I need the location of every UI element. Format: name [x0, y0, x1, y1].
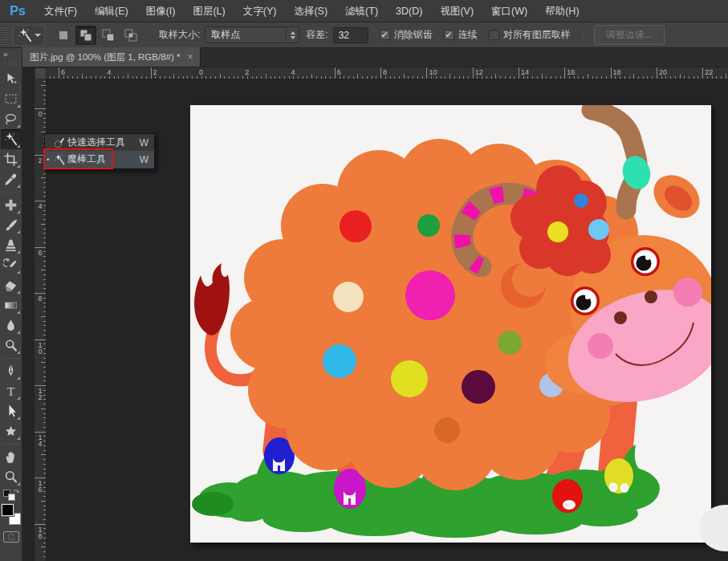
tool-history-brush[interactable]: [1, 255, 22, 275]
quick-mask-icon: [8, 534, 14, 540]
close-icon[interactable]: ×: [187, 51, 193, 63]
refine-edge-button[interactable]: 调整边缘...: [594, 25, 665, 45]
checkbox-option-3[interactable]: ✓对所有图层取样: [489, 28, 571, 42]
tool-spot-healing-brush[interactable]: [1, 195, 22, 215]
menu-item-10[interactable]: 窗口(W): [482, 0, 536, 22]
options-checkboxes: ✓消除锯齿✓连续✓对所有图层取样: [368, 28, 571, 42]
sample-size-label: 取样大小:: [159, 28, 200, 42]
tool-preset-picker[interactable]: [13, 25, 45, 46]
tool-crop[interactable]: [1, 149, 22, 169]
tool-eraser[interactable]: [1, 275, 22, 295]
swap-colors-icon: ↷: [14, 488, 20, 496]
menu-item-4[interactable]: 图层(L): [184, 0, 234, 22]
tools-panel-grip[interactable]: [5, 61, 18, 66]
checkbox-option-1[interactable]: ✓消除锯齿: [380, 28, 433, 42]
tool-rectangular-marquee[interactable]: [1, 89, 22, 109]
chevron-down-icon: [35, 34, 41, 37]
checkbox-icon[interactable]: ✓: [489, 30, 499, 40]
tool-custom-shape[interactable]: [1, 421, 22, 441]
magic-wand-icon: [51, 153, 67, 166]
checkbox-icon[interactable]: ✓: [444, 30, 454, 40]
options-bar-grip[interactable]: [2, 26, 8, 45]
svg-text:T: T: [7, 385, 14, 398]
tool-hand[interactable]: [1, 447, 22, 467]
shortcut-key: W: [140, 137, 148, 148]
menu-item-5[interactable]: 文字(Y): [234, 0, 286, 22]
menu-item-1[interactable]: 文件(F): [35, 0, 86, 22]
color-swatches[interactable]: [2, 504, 21, 525]
foreground-color-swatch[interactable]: [2, 504, 14, 516]
menu-bar: Ps 文件(F)编辑(E)图像(I)图层(L)文字(Y)选择(S)滤镜(T)3D…: [0, 0, 728, 22]
selection-mode-group: [53, 26, 141, 45]
tool-type[interactable]: T: [1, 381, 22, 401]
magic-wand-icon: [17, 27, 33, 43]
checkbox-label: 连续: [458, 28, 478, 42]
tolerance-input[interactable]: [333, 27, 368, 43]
photoshop-logo: Ps: [0, 4, 35, 18]
tool-blur[interactable]: [1, 315, 22, 335]
ruler-origin-box[interactable]: [35, 67, 47, 79]
mode-subtract-from-selection-button[interactable]: [98, 26, 119, 45]
tool-dodge[interactable]: [1, 335, 22, 356]
flyout-item-label: 魔棒工具: [67, 152, 140, 166]
menu-item-3[interactable]: 图像(I): [137, 0, 185, 22]
tool-eyedropper[interactable]: [1, 169, 22, 189]
tool-path-selection[interactable]: [1, 401, 22, 421]
cartoon-ox-artwork: [190, 105, 711, 543]
document-tab-bar: 图片.jpg @ 100% (图层 1, RGB/8#) * ×: [22, 48, 728, 67]
checkbox-label: 对所有图层取样: [503, 28, 571, 42]
flyout-item-2[interactable]: ▪魔棒工具W: [45, 151, 154, 168]
menu-item-9[interactable]: 视图(V): [431, 0, 482, 22]
horizontal-ruler: 6420246810121416182022: [47, 67, 728, 79]
document-tab[interactable]: 图片.jpg @ 100% (图层 1, RGB/8#) * ×: [22, 47, 201, 67]
tool-group-divider: [3, 358, 19, 359]
checkbox-label: 消除锯齿: [394, 28, 433, 42]
photoshop-window: Ps 文件(F)编辑(E)图像(I)图层(L)文字(Y)选择(S)滤镜(T)3D…: [0, 0, 728, 561]
menu-item-2[interactable]: 编辑(E): [86, 0, 137, 22]
quick-mask-button[interactable]: [3, 531, 19, 543]
menu-item-7[interactable]: 滤镜(T): [336, 0, 387, 22]
dropdown-arrows-icon: [286, 27, 295, 43]
sample-size-dropdown[interactable]: 取样点: [205, 26, 299, 43]
flyout-item-1[interactable]: 快速选择工具W: [45, 134, 154, 151]
collapse-panel-button[interactable]: »: [0, 48, 22, 60]
tool-group-divider: [3, 444, 19, 445]
menu-items: 文件(F)编辑(E)图像(I)图层(L)文字(Y)选择(S)滤镜(T)3D(D)…: [35, 0, 588, 22]
menu-item-8[interactable]: 3D(D): [387, 0, 431, 22]
tool-group-divider: [3, 192, 19, 193]
menu-item-6[interactable]: 选择(S): [285, 0, 336, 22]
sample-size-value: 取样点: [211, 28, 240, 42]
tool-clone-stamp[interactable]: [1, 235, 22, 255]
mode-new-selection-button[interactable]: [53, 26, 74, 45]
tool-lasso[interactable]: [1, 109, 22, 129]
active-tool-bullet: ▪: [45, 156, 51, 163]
tool-options-bar: 取样大小: 取样点 容差: ✓消除锯齿✓连续✓对所有图层取样 调整边缘...: [0, 22, 728, 48]
default-swap-colors[interactable]: ↷: [3, 490, 19, 501]
tool-magic-wand[interactable]: [1, 129, 22, 149]
mode-add-to-selection-button[interactable]: [75, 26, 96, 45]
wand-tool-flyout-menu: 快速选择工具W▪魔棒工具W: [44, 133, 155, 169]
flyout-item-label: 快速选择工具: [67, 136, 140, 149]
shortcut-key: W: [140, 154, 148, 165]
tool-gradient[interactable]: [1, 295, 22, 315]
tool-brush[interactable]: [1, 215, 22, 235]
tolerance-label: 容差:: [306, 28, 327, 42]
quick-select-icon: [51, 136, 67, 149]
checkbox-icon[interactable]: ✓: [380, 30, 390, 40]
tools-panel: » T ↷: [0, 48, 22, 561]
tool-zoom[interactable]: [1, 467, 22, 487]
tool-pen[interactable]: [1, 361, 22, 381]
divider: [584, 26, 584, 44]
document-tab-title: 图片.jpg @ 100% (图层 1, RGB/8#) *: [30, 51, 180, 63]
mode-intersect-with-selection-button[interactable]: [120, 26, 141, 45]
menu-item-11[interactable]: 帮助(H): [536, 0, 588, 22]
document-canvas[interactable]: [190, 105, 711, 543]
checkbox-option-2[interactable]: ✓连续: [444, 28, 478, 42]
tool-move[interactable]: [1, 69, 22, 89]
